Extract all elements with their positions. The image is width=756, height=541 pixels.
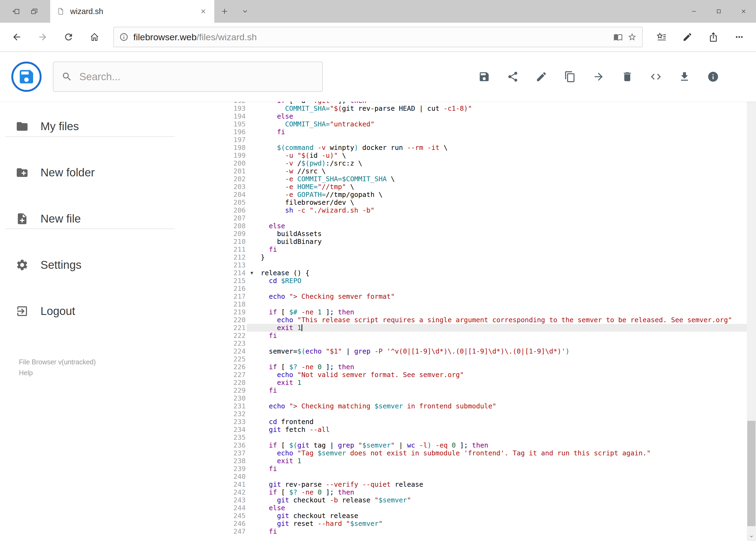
window-maximize-button[interactable]	[706, 0, 731, 23]
share-file-button[interactable]	[502, 66, 523, 87]
code-line[interactable]: 198 $(command -v winpty) docker run --rm…	[213, 144, 747, 152]
code-line[interactable]: 244 else	[213, 504, 747, 512]
code-line[interactable]: 208 else	[213, 222, 747, 230]
line-number: 202	[213, 175, 246, 183]
code-line[interactable]: 223	[213, 339, 747, 347]
code-line[interactable]: 211 fi	[213, 246, 747, 254]
download-button[interactable]	[674, 66, 695, 87]
copy-button[interactable]	[560, 66, 581, 87]
home-button[interactable]	[82, 25, 108, 49]
code-line[interactable]: 246 git reset --hard "$semver"	[213, 520, 747, 527]
code-line[interactable]: 239 fi	[213, 465, 747, 473]
code-line[interactable]: 213	[213, 261, 747, 269]
code-line[interactable]: 192 if [ -d ".git" ]; then	[213, 102, 747, 105]
code-line[interactable]: 224 semver=$(echo "$1" | grep -P '^v(0|[…	[213, 347, 747, 355]
code-line[interactable]: 233 cd frontend	[213, 418, 747, 426]
code-line[interactable]: 203 -e HOME="//tmp" \	[213, 183, 747, 191]
code-line[interactable]: 240	[213, 473, 747, 480]
code-line[interactable]: 247 fi	[213, 527, 747, 535]
code-line[interactable]: 199 -u "$(id -u)" \	[213, 152, 747, 159]
code-line[interactable]: 210 buildBinary	[213, 238, 747, 246]
code-line[interactable]: 228 exit 1	[213, 379, 747, 386]
code-line[interactable]: 231 echo "> Checking matching $semver in…	[213, 402, 747, 410]
code-line[interactable]: 222 fi	[213, 332, 747, 339]
fold-arrow-icon[interactable]: ▾	[250, 270, 253, 276]
code-line[interactable]: 226 if [ $? -ne 0 ]; then	[213, 363, 747, 371]
window-minimize-button[interactable]	[681, 0, 706, 23]
rename-button[interactable]	[531, 66, 552, 87]
code-line[interactable]: 197	[213, 136, 747, 144]
code-line[interactable]: 245 git checkout release	[213, 512, 747, 520]
code-line[interactable]: 201 -w //src \	[213, 167, 747, 175]
hub-icon[interactable]	[648, 25, 674, 49]
save-button[interactable]	[474, 66, 495, 87]
code-line[interactable]: 207	[213, 214, 747, 222]
code-line[interactable]: 238 exit 1	[213, 457, 747, 465]
delete-button[interactable]	[617, 66, 638, 87]
code-line[interactable]: 216	[213, 285, 747, 292]
code-line[interactable]: 243 git checkout -b release "$semver"	[213, 496, 747, 504]
sidebar-item-logout[interactable]: Logout	[0, 288, 213, 334]
code-line[interactable]: 234 git fetch --all	[213, 426, 747, 433]
sidebar-item-new-file[interactable]: New file	[0, 196, 213, 242]
sidebar-item-new-folder[interactable]: New folder	[0, 149, 213, 196]
filebrowser-logo[interactable]	[11, 62, 42, 92]
code-line[interactable]: 196 fi	[213, 128, 747, 136]
code-line[interactable]: 217 echo "> Checking semver format"	[213, 292, 747, 300]
tabs-set-aside-icon[interactable]	[11, 7, 21, 16]
active-tab[interactable]: wizard.sh	[50, 0, 214, 23]
code-line[interactable]: 204 -e GOPATH=//tmp/gopath \	[213, 191, 747, 199]
code-line[interactable]: 219 if [ $# -ne 1 ]; then	[213, 308, 747, 316]
code-line[interactable]: 206 sh -c "./wizard.sh -b"	[213, 206, 747, 214]
code-line[interactable]: 202 -e COMMIT_SHA=$COMMIT_SHA \	[213, 175, 747, 183]
reading-view-icon[interactable]	[614, 32, 623, 42]
back-button[interactable]	[4, 25, 30, 49]
code-line[interactable]: 195 COMMIT_SHA="untracked"	[213, 120, 747, 128]
more-options-icon[interactable]	[726, 25, 752, 49]
code-line[interactable]: 221 exit 1	[213, 324, 747, 332]
favorite-star-icon[interactable]	[628, 32, 637, 42]
forward-button[interactable]	[30, 25, 56, 49]
code-line[interactable]: 220 echo "This release script requires a…	[213, 316, 747, 324]
share-icon[interactable]	[700, 25, 726, 49]
code-line[interactable]: 194 else	[213, 112, 747, 120]
code-line[interactable]: 236 if [ $(git tag | grep "$semver" | wc…	[213, 441, 747, 449]
code-line[interactable]: 229 fi	[213, 386, 747, 394]
search-box[interactable]: Search...	[53, 62, 323, 92]
new-tab-button[interactable]	[214, 0, 235, 23]
code-line[interactable]: 225	[213, 355, 747, 363]
code-line[interactable]: 237 echo "Tag $semver does not exist in …	[213, 449, 747, 457]
refresh-button[interactable]	[56, 25, 82, 49]
page-scrollbar[interactable]	[747, 52, 756, 541]
code-line[interactable]: 214▾release () {	[213, 269, 747, 277]
code-line[interactable]: 242 if [ $? -ne 0 ]; then	[213, 488, 747, 496]
code-line[interactable]: 205 filebrowser/dev \	[213, 199, 747, 206]
code-line[interactable]: 227 echo "Not valid semver format. See s…	[213, 371, 747, 379]
address-bar[interactable]: filebrowser.web/files/wizard.sh	[114, 27, 642, 47]
sidebar-item-my-files[interactable]: My files	[0, 103, 213, 149]
code-line[interactable]: 209 buildAssets	[213, 230, 747, 238]
code-line[interactable]: 232	[213, 410, 747, 418]
code-line[interactable]: 218	[213, 300, 747, 308]
scrollbar-thumb[interactable]	[747, 421, 755, 526]
site-info-icon[interactable]	[119, 32, 128, 42]
help-link[interactable]: Help	[19, 367, 96, 378]
editor-toggle-button[interactable]	[645, 66, 666, 87]
scrollbar-down-icon[interactable]	[747, 532, 756, 541]
code-line[interactable]: 235	[213, 433, 747, 441]
tab-actions-chevron-icon[interactable]	[235, 0, 255, 23]
code-line[interactable]: 212}	[213, 254, 747, 261]
code-line[interactable]: 215 cd $REPO	[213, 277, 747, 285]
code-editor[interactable]: 192 if [ -d ".git" ]; then193 COMMIT_SHA…	[213, 102, 747, 541]
code-line[interactable]: 200 -v /$(pwd):/src:z \	[213, 159, 747, 167]
info-button[interactable]	[702, 66, 724, 87]
move-button[interactable]	[588, 66, 609, 87]
code-line[interactable]: 230	[213, 394, 747, 402]
window-close-button[interactable]	[731, 0, 756, 23]
tab-close-icon[interactable]	[199, 7, 208, 16]
code-line[interactable]: 241 git rev-parse --verify --quiet relea…	[213, 480, 747, 488]
sidebar-item-settings[interactable]: Settings	[0, 242, 213, 288]
tab-preview-icon[interactable]	[30, 7, 39, 16]
annotate-icon[interactable]	[674, 25, 700, 49]
code-line[interactable]: 193 COMMIT_SHA="$(git rev-parse HEAD | c…	[213, 105, 747, 112]
